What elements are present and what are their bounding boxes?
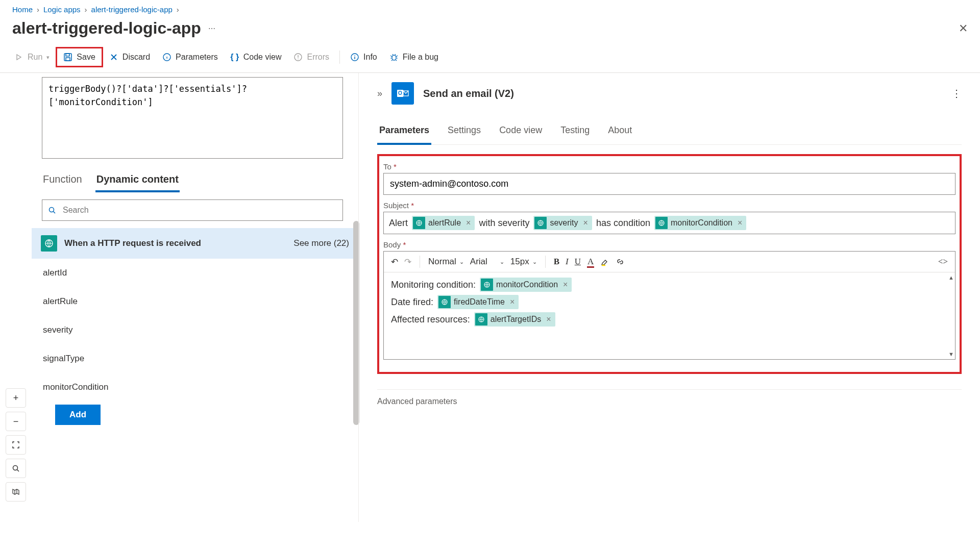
toolbar: Run ▾ Save Discard x Parameters { } Code… — [0, 42, 980, 73]
save-icon — [63, 53, 72, 62]
token-remove-icon[interactable]: × — [466, 218, 471, 228]
italic-icon[interactable]: I — [566, 257, 569, 267]
chevron-right-icon: › — [85, 5, 87, 14]
collapse-icon[interactable]: » — [377, 88, 382, 99]
svg-text:x: x — [166, 55, 168, 60]
token-remove-icon[interactable]: × — [583, 218, 588, 228]
svg-rect-1 — [66, 54, 69, 56]
action-tabs: Parameters Settings Code view Testing Ab… — [377, 118, 962, 145]
tab-testing[interactable]: Testing — [558, 121, 592, 144]
paragraph-style-dropdown[interactable]: Normal ⌄ — [428, 257, 464, 267]
tab-about[interactable]: About — [606, 121, 634, 144]
link-icon[interactable] — [616, 257, 625, 266]
fit-screen-button[interactable] — [6, 435, 26, 455]
token-icon — [413, 217, 425, 229]
scroll-down-icon[interactable]: ▼ — [948, 351, 954, 357]
breadcrumb-appname[interactable]: alert-triggered-logic-app — [91, 5, 173, 14]
token-remove-icon[interactable]: × — [738, 218, 742, 228]
dc-item-alertrule[interactable]: alertRule — [38, 287, 358, 316]
zoom-out-button[interactable]: − — [6, 412, 26, 431]
page-title-row: alert-triggered-logic-app ⋯ ✕ — [0, 19, 980, 42]
token-icon — [438, 296, 451, 308]
body-editor: ↶ ↷ Normal ⌄ Arial ⌄ 15px ⌄ B I U A <> — [383, 251, 955, 360]
expression-panel: triggerBody()?['data']?['essentials']?['… — [32, 73, 358, 522]
file-bug-button[interactable]: File a bug — [383, 48, 445, 66]
play-icon — [14, 53, 23, 62]
more-actions-icon[interactable]: ⋯ — [208, 24, 215, 33]
token-monitorcondition[interactable]: monitorCondition× — [654, 216, 746, 230]
alert-icon — [293, 53, 303, 62]
highlight-icon[interactable] — [600, 257, 609, 266]
tab-codeview[interactable]: Code view — [497, 121, 544, 144]
svg-rect-0 — [64, 54, 71, 61]
minimap-button[interactable] — [6, 482, 26, 502]
body-toolbar: ↶ ↷ Normal ⌄ Arial ⌄ 15px ⌄ B I U A <> — [384, 252, 955, 272]
token-monitorcondition-body[interactable]: monitorCondition× — [480, 278, 572, 292]
dc-item-severity[interactable]: severity — [38, 316, 358, 344]
token-remove-icon[interactable]: × — [546, 315, 551, 324]
dc-item-signaltype[interactable]: signalType — [38, 344, 358, 373]
body-text: Affected resources: — [391, 314, 470, 325]
svg-line-15 — [54, 212, 56, 214]
token-fireddatetime[interactable]: firedDateTime× — [437, 295, 519, 309]
font-family-dropdown[interactable]: Arial ⌄ — [470, 257, 504, 267]
bug-icon — [389, 53, 399, 62]
chevron-down-icon: ⌄ — [500, 259, 504, 265]
breadcrumb-logicapps[interactable]: Logic apps — [43, 5, 81, 14]
dynamic-content-search[interactable] — [42, 199, 343, 221]
scroll-up-icon[interactable]: ▲ — [948, 274, 954, 281]
see-more-link[interactable]: See more (22) — [293, 238, 349, 248]
codeview-button[interactable]: { } Code view — [224, 48, 288, 66]
undo-icon[interactable]: ↶ — [391, 257, 398, 267]
expression-input[interactable]: triggerBody()?['data']?['essentials']?['… — [42, 77, 343, 159]
close-icon — [109, 53, 118, 62]
font-size-dropdown[interactable]: 15px ⌄ — [510, 257, 537, 267]
info-button[interactable]: Info — [344, 48, 383, 66]
zoom-in-button[interactable]: + — [6, 388, 26, 408]
token-icon — [655, 217, 668, 229]
breadcrumb-home[interactable]: Home — [12, 5, 33, 14]
token-severity[interactable]: severity× — [533, 216, 592, 230]
bold-icon[interactable]: B — [554, 257, 559, 267]
to-input[interactable] — [383, 173, 955, 195]
info-icon — [350, 53, 359, 62]
breadcrumb: Home › Logic apps › alert-triggered-logi… — [0, 0, 980, 19]
parameters-icon: x — [162, 53, 172, 62]
chevron-down-icon: ⌄ — [459, 259, 464, 265]
parameters-button[interactable]: x Parameters — [156, 48, 224, 66]
body-content[interactable]: ▲ Monitoring condition: monitorCondition… — [384, 272, 955, 359]
token-remove-icon[interactable]: × — [563, 280, 568, 289]
chevron-down-icon: ▾ — [46, 54, 50, 61]
dc-item-alertid[interactable]: alertId — [38, 259, 358, 287]
source-code-icon[interactable]: <> — [938, 257, 948, 267]
underline-icon[interactable]: U — [575, 257, 581, 267]
tab-parameters[interactable]: Parameters — [377, 121, 431, 145]
token-alerttargetids[interactable]: alertTargetIDs× — [474, 312, 555, 327]
token-alertrule[interactable]: alertRule× — [412, 216, 475, 230]
dynamic-content-group-header[interactable]: When a HTTP request is received See more… — [32, 228, 358, 259]
chevron-right-icon: › — [177, 5, 179, 14]
search-button[interactable] — [6, 459, 26, 478]
discard-button[interactable]: Discard — [103, 48, 156, 66]
font-color-icon[interactable]: A — [587, 257, 594, 267]
subject-input[interactable]: Alert alertRule× with severity severity×… — [383, 212, 955, 234]
action-title: Send an email (V2) — [423, 88, 514, 99]
close-icon[interactable]: ✕ — [959, 22, 968, 35]
braces-icon: { } — [230, 53, 239, 62]
token-remove-icon[interactable]: × — [510, 297, 514, 307]
redo-icon[interactable]: ↷ — [404, 257, 411, 267]
dc-item-monitorcondition[interactable]: monitorCondition — [38, 373, 358, 402]
add-button[interactable]: Add — [55, 405, 101, 425]
tab-function[interactable]: Function — [42, 168, 83, 192]
tab-settings[interactable]: Settings — [446, 121, 483, 144]
chevron-down-icon: ⌄ — [532, 259, 537, 265]
token-icon — [475, 313, 487, 325]
to-label: To * — [383, 162, 955, 171]
save-button[interactable]: Save — [56, 47, 103, 67]
svg-text:O: O — [398, 90, 402, 96]
tab-dynamic-content[interactable]: Dynamic content — [95, 168, 180, 192]
canvas-rail: + − — [0, 73, 32, 522]
action-menu-icon[interactable]: ⋮ — [951, 87, 962, 99]
run-button: Run ▾ — [8, 48, 56, 66]
subject-text: Alert — [389, 218, 408, 229]
